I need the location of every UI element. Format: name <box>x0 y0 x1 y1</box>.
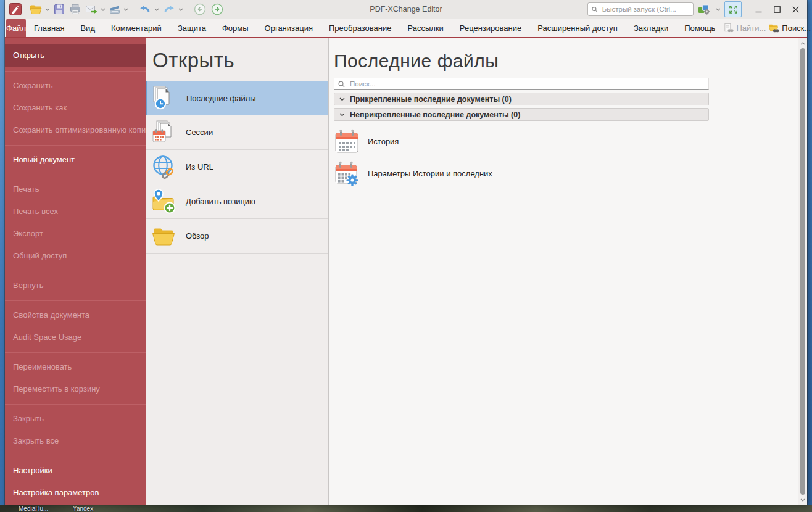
history-back-button[interactable] <box>191 1 209 17</box>
forward-arrow-icon <box>210 2 224 16</box>
recent-item-history-settings[interactable]: Параметры Истории и последних <box>334 157 807 189</box>
file-menu-sidebar: Открыть Сохранить Сохранить как Сохранит… <box>5 38 146 505</box>
toolbar-separator <box>133 4 133 15</box>
chevron-down-icon <box>339 113 345 117</box>
scanner-icon <box>109 3 121 15</box>
sidebar-item-audit-space-usage[interactable]: Audit Space Usage <box>5 326 146 349</box>
open-item-label: Добавить позицию <box>186 197 255 206</box>
tab-home[interactable]: Главная <box>26 19 72 37</box>
sidebar-item-rename[interactable]: Переименовать <box>5 356 146 378</box>
find-document-icon <box>723 23 734 33</box>
sidebar-item-print[interactable]: Печать <box>5 178 146 200</box>
scan-button[interactable] <box>107 1 123 17</box>
search-button[interactable]: Поиск... <box>768 23 811 33</box>
scroll-up-arrow[interactable] <box>798 39 807 47</box>
tab-bookmarks[interactable]: Закладки <box>626 19 676 37</box>
open-item-label: Сессии <box>186 128 213 137</box>
find-label: Найти... <box>736 23 766 33</box>
save-icon <box>53 3 65 15</box>
sidebar-item-move-to-trash[interactable]: Переместить в корзину <box>5 378 146 400</box>
vertical-scrollbar[interactable] <box>798 38 807 505</box>
maximize-button[interactable] <box>768 1 786 17</box>
recent-search-field[interactable] <box>334 78 709 90</box>
redo-icon <box>162 3 176 15</box>
tab-file[interactable]: Файл <box>6 19 26 37</box>
sidebar-item-save-optimized[interactable]: Сохранить оптимизированную копию <box>5 119 146 141</box>
quick-launch-search[interactable] <box>587 2 694 16</box>
undo-button[interactable] <box>136 1 154 17</box>
recent-files-icon <box>151 85 178 112</box>
undo-dropdown-chevron[interactable] <box>154 8 159 11</box>
recent-item-history[interactable]: История <box>334 125 807 157</box>
launch-fullscreen-button[interactable] <box>724 1 742 17</box>
tab-accessibility[interactable]: Расширенный доступ <box>529 19 626 37</box>
open-item-sessions[interactable]: Сессии <box>146 115 328 150</box>
open-item-add-place[interactable]: Добавить позицию <box>146 184 328 219</box>
email-icon <box>85 3 98 15</box>
scroll-down-arrow[interactable] <box>798 495 807 504</box>
search-folder-icon <box>768 23 779 33</box>
search-icon <box>338 81 345 88</box>
sidebar-item-close[interactable]: Закрыть <box>5 408 146 430</box>
sidebar-item-settings[interactable]: Настройки <box>5 460 146 482</box>
tab-comment[interactable]: Комментарий <box>103 19 170 37</box>
sidebar-item-close-all[interactable]: Закрыть все <box>5 430 146 452</box>
sidebar-item-save[interactable]: Сохранить <box>5 75 146 97</box>
section-pinned-recents[interactable]: Прикрепленные последние документы (0) <box>334 93 709 105</box>
open-file-dropdown-chevron[interactable] <box>45 8 50 11</box>
sidebar-item-export[interactable]: Экспорт <box>5 223 146 245</box>
ui-options-button[interactable] <box>696 1 713 17</box>
open-item-label: Последние файлы <box>186 94 256 103</box>
scrollbar-thumb[interactable] <box>800 48 805 495</box>
history-forward-button[interactable] <box>209 1 226 17</box>
tab-convert[interactable]: Преобразование <box>321 19 400 37</box>
add-place-icon <box>151 188 178 215</box>
open-panel: Открыть Последние файлы <box>146 38 329 505</box>
sidebar-item-new-document[interactable]: Новый документ <box>5 149 146 171</box>
redo-dropdown-chevron[interactable] <box>178 8 183 11</box>
print-button[interactable] <box>67 1 83 17</box>
redo-button[interactable] <box>160 1 178 17</box>
tab-organize[interactable]: Организация <box>257 19 321 37</box>
sidebar-item-share[interactable]: Общий доступ <box>5 245 146 267</box>
ui-options-icon <box>698 4 711 15</box>
from-url-icon <box>151 154 178 181</box>
find-button[interactable]: Найти... <box>723 23 766 33</box>
section-unpinned-recents[interactable]: Неприкрепленные последние документы (0) <box>334 108 709 121</box>
sidebar-item-print-all[interactable]: Печать всех <box>5 200 146 223</box>
scan-dropdown-chevron[interactable] <box>123 8 128 11</box>
minimize-button[interactable] <box>749 1 768 17</box>
ui-options-dropdown-chevron[interactable] <box>716 8 721 11</box>
history-settings-icon <box>334 161 359 186</box>
tab-protect[interactable]: Защита <box>170 19 214 37</box>
desktop: MediaHu... Yandex <box>0 0 812 512</box>
sidebar-item-save-as[interactable]: Сохранить как <box>5 97 146 119</box>
fullscreen-icon <box>729 5 738 14</box>
recent-files-panel: Последние файлы Прикрепленные последние … <box>329 38 807 505</box>
email-dropdown-chevron[interactable] <box>101 8 106 11</box>
email-button[interactable] <box>83 1 100 17</box>
recent-search-input[interactable] <box>349 80 705 88</box>
quick-launch-input[interactable] <box>601 5 689 14</box>
open-item-recent-files[interactable]: Последние файлы <box>146 81 328 115</box>
tab-review[interactable]: Рецензирование <box>452 19 529 37</box>
toolbar-separator <box>188 4 188 15</box>
titlebar: PDF-XChange Editor <box>5 0 807 19</box>
sidebar-item-document-properties[interactable]: Свойства документа <box>5 304 146 326</box>
history-icon <box>334 129 359 154</box>
sidebar-item-preferences[interactable]: Настройка параметров <box>5 482 146 504</box>
tab-mailings[interactable]: Рассылки <box>399 19 451 37</box>
sidebar-item-revert[interactable]: Вернуть <box>5 275 146 297</box>
close-button[interactable] <box>786 1 805 17</box>
open-item-browse[interactable]: Обзор <box>146 219 328 254</box>
open-item-from-url[interactable]: Из URL <box>146 150 328 184</box>
open-item-label: Из URL <box>186 162 213 171</box>
sidebar-item-open[interactable]: Открыть <box>5 44 146 67</box>
tab-view[interactable]: Вид <box>72 19 103 37</box>
save-button[interactable] <box>51 1 67 17</box>
recent-files-title: Последние файлы <box>334 51 807 72</box>
open-file-button[interactable] <box>27 1 44 17</box>
menubar: Файл Главная Вид Комментарий Защита Форм… <box>5 19 807 37</box>
tab-forms[interactable]: Формы <box>214 19 257 37</box>
tab-help[interactable]: Помощь <box>676 19 723 37</box>
